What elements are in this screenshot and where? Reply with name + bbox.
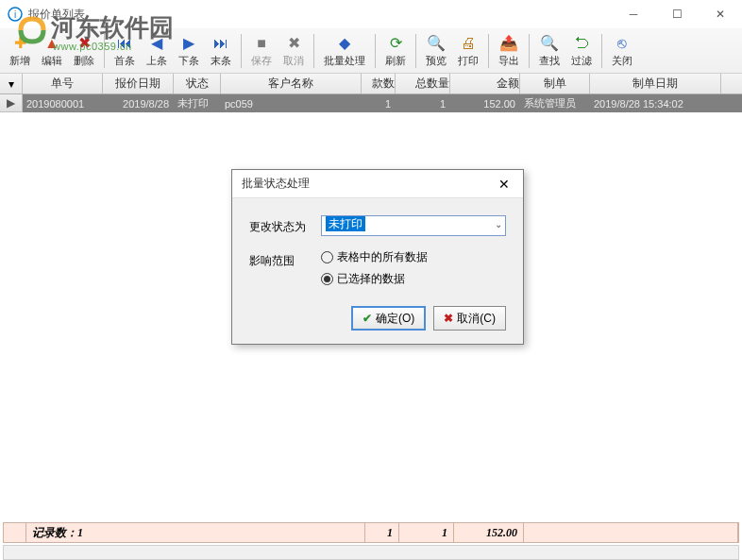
check-icon: ✔ <box>363 312 372 325</box>
dialog-title: 批量状态处理 <box>232 170 523 198</box>
status-select-value: 未打印 <box>326 216 365 231</box>
change-status-label: 更改状态为 <box>249 215 321 235</box>
radio-icon <box>321 251 333 263</box>
chevron-down-icon: ⌄ <box>495 219 502 229</box>
cross-icon: ✖ <box>444 312 453 325</box>
ok-button[interactable]: ✔确定(O) <box>351 306 426 331</box>
scope-label: 影响范围 <box>249 249 321 269</box>
dialog-close-button[interactable]: ✕ <box>491 174 517 195</box>
scope-all-radio[interactable]: 表格中的所有数据 <box>321 249 428 265</box>
dialog-overlay: 批量状态处理 ✕ 更改状态为 未打印 ⌄ 影响范围 表格中的所有数据 已选择的数… <box>0 0 742 560</box>
radio-icon <box>321 273 333 285</box>
batch-status-dialog: 批量状态处理 ✕ 更改状态为 未打印 ⌄ 影响范围 表格中的所有数据 已选择的数… <box>231 169 524 345</box>
scope-selected-radio[interactable]: 已选择的数据 <box>321 271 428 287</box>
dialog-cancel-button[interactable]: ✖取消(C) <box>433 306 506 331</box>
status-select[interactable]: 未打印 ⌄ <box>321 215 506 236</box>
